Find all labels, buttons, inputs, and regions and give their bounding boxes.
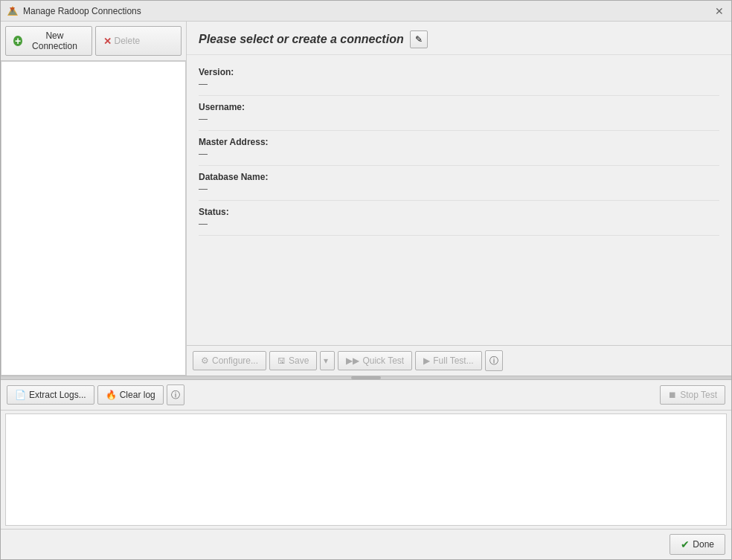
edit-button[interactable]: ✎ [410,30,428,48]
save-icon: 🖫 [277,356,286,365]
stop-test-button[interactable]: ⏹ Stop Test [660,385,725,405]
log-info-icon: ⓘ [171,389,180,402]
info-button[interactable]: ⓘ [485,350,503,371]
master-address-row: Master Address: — [199,131,719,166]
clear-log-button[interactable]: 🔥 Clear log [97,385,164,405]
quick-test-label: Quick Test [362,355,404,366]
extract-logs-button[interactable]: 📄 Extract Logs... [7,385,94,405]
title-bar: Manage Radoop Connections ✕ [1,1,731,22]
right-panel: Please select or create a connection ✎ V… [187,22,731,376]
extract-logs-icon: 📄 [15,390,26,400]
new-connection-label: New Connection [25,30,83,51]
gear-icon: ⚙ [201,355,209,366]
dropdown-arrow-icon: ▾ [324,355,328,366]
divider-handle[interactable] [351,376,381,379]
configure-button[interactable]: ⚙ Configure... [193,351,266,370]
save-dropdown-button[interactable]: ▾ [320,351,335,370]
pencil-icon: ✎ [415,34,423,45]
left-panel: + New Connection ✕ Delete [1,22,187,376]
status-value: — [199,219,719,229]
full-test-label: Full Test... [433,355,473,366]
username-value: — [199,114,719,124]
play-double-icon: ▶▶ [346,355,359,366]
log-info-button[interactable]: ⓘ [167,384,184,405]
delete-button[interactable]: ✕ Delete [95,26,182,56]
bottom-toolbar: 📄 Extract Logs... 🔥 Clear log ⓘ ⏹ Stop T… [1,380,731,411]
version-row: Version: — [199,61,719,96]
left-toolbar: + New Connection ✕ Delete [1,22,186,61]
clear-log-label: Clear log [120,390,155,400]
quick-test-button[interactable]: ▶▶ Quick Test [338,351,412,370]
close-button[interactable]: ✕ [713,5,725,17]
stop-test-label: Stop Test [680,390,717,400]
configure-label: Configure... [212,355,258,366]
footer-bar: ✔ Done [1,529,731,559]
master-address-value: — [199,149,719,159]
bottom-section: 📄 Extract Logs... 🔥 Clear log ⓘ ⏹ Stop T… [1,380,731,529]
stop-icon: ⏹ [668,390,677,400]
save-button[interactable]: 🖫 Save [269,351,317,370]
connection-details: Version: — Username: — Master Address: —… [187,55,731,345]
database-name-row: Database Name: — [199,166,719,201]
master-address-label: Master Address: [199,137,719,147]
main-content: + New Connection ✕ Delete Please select … [1,22,731,559]
status-row: Status: — [199,201,719,236]
window-title: Manage Radoop Connections [23,6,141,16]
plus-icon: + [13,36,22,46]
extract-logs-label: Extract Logs... [29,390,86,400]
database-name-label: Database Name: [199,172,719,182]
save-label: Save [289,355,309,366]
done-button[interactable]: ✔ Done [670,534,725,555]
right-toolbar: ⚙ Configure... 🖫 Save ▾ ▶▶ Quick Test [187,345,731,376]
delete-label: Delete [115,36,141,46]
top-section: + New Connection ✕ Delete Please select … [1,22,731,376]
flame-icon: 🔥 [106,390,117,400]
bottom-toolbar-right: ⏹ Stop Test [660,385,725,405]
checkmark-icon: ✔ [681,538,690,550]
version-value: — [199,79,719,89]
version-label: Version: [199,67,719,77]
database-name-value: — [199,184,719,194]
full-test-button[interactable]: ▶ Full Test... [415,351,481,370]
play-icon: ▶ [423,355,430,366]
status-label: Status: [199,207,719,217]
log-area [5,413,727,526]
app-icon [7,5,19,17]
done-label: Done [693,539,714,550]
connection-title: Please select or create a connection [199,33,404,46]
title-bar-left: Manage Radoop Connections [7,5,141,17]
x-icon: ✕ [103,36,112,47]
new-connection-button[interactable]: + New Connection [5,26,92,56]
connection-header: Please select or create a connection ✎ [187,22,731,55]
username-label: Username: [199,102,719,112]
info-icon: ⓘ [489,355,498,367]
main-window: Manage Radoop Connections ✕ + New Connec… [0,0,732,560]
username-row: Username: — [199,96,719,131]
connection-list[interactable] [1,61,186,376]
